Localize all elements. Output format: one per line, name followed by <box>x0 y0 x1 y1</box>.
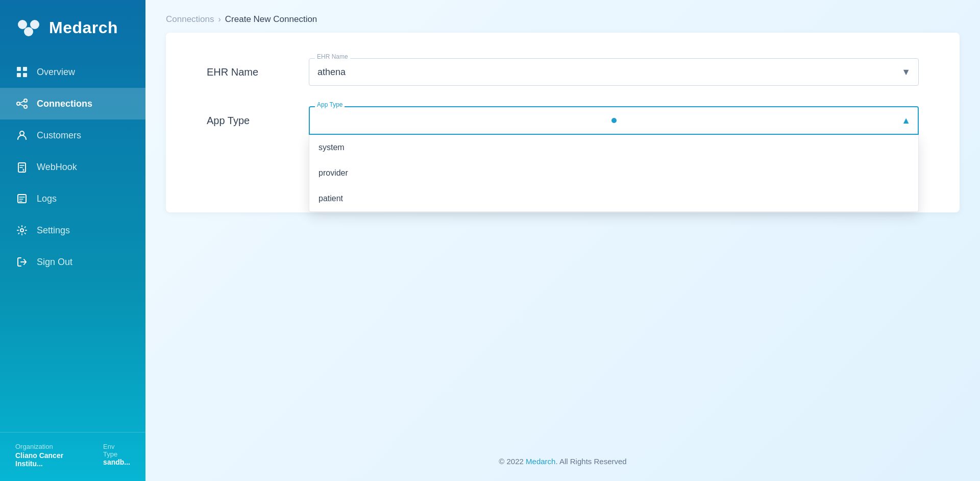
connections-icon <box>15 97 29 110</box>
logo-icon <box>15 14 42 41</box>
svg-rect-3 <box>17 67 21 71</box>
svg-point-0 <box>18 20 27 29</box>
page-footer: © 2022 Medarch. All Rights Reserved <box>145 442 980 481</box>
ehr-name-select[interactable]: athena <box>309 58 919 86</box>
svg-point-9 <box>24 105 27 108</box>
sidebar-item-logs-label: Logs <box>37 194 57 204</box>
ehr-name-field-container: EHR Name athena ▼ <box>309 58 919 86</box>
sidebar-logo: Medarch <box>0 0 145 51</box>
sidebar-nav: Overview Connections Custom <box>0 51 145 432</box>
app-type-dropdown: system provider patient <box>309 135 919 212</box>
footer-link[interactable]: Medarch <box>526 457 555 466</box>
dropdown-option-patient[interactable]: patient <box>309 186 918 211</box>
ehr-name-label: EHR Name <box>207 66 288 78</box>
logs-icon <box>15 192 29 205</box>
signout-icon <box>15 255 29 269</box>
sidebar-item-customers-label: Customers <box>37 130 81 141</box>
logo-text: Medarch <box>49 18 118 37</box>
app-type-dot-indicator <box>611 118 617 123</box>
sidebar: Medarch Overview <box>0 0 145 481</box>
svg-line-11 <box>20 104 24 106</box>
sidebar-item-signout-label: Sign Out <box>37 257 72 268</box>
svg-point-12 <box>20 131 24 135</box>
breadcrumb-current: Create New Connection <box>225 14 317 25</box>
sidebar-item-logs[interactable]: Logs <box>0 183 145 214</box>
ehr-name-row: EHR Name EHR Name athena ▼ <box>207 58 919 86</box>
env-type-value: sandb... <box>103 458 130 466</box>
sidebar-item-overview-label: Overview <box>37 67 75 78</box>
sidebar-item-connections[interactable]: Connections <box>0 88 145 119</box>
env-label: Env <box>103 443 130 450</box>
svg-point-7 <box>17 102 20 105</box>
dropdown-option-provider[interactable]: provider <box>309 160 918 186</box>
sidebar-item-settings-label: Settings <box>37 225 70 236</box>
svg-point-15 <box>20 229 23 232</box>
dropdown-option-system[interactable]: system <box>309 135 918 160</box>
sidebar-item-customers[interactable]: Customers <box>0 119 145 151</box>
app-type-field-legend: App Type <box>315 101 345 108</box>
svg-point-1 <box>30 20 39 29</box>
breadcrumb: Connections › Create New Connection <box>145 0 980 33</box>
svg-rect-5 <box>17 73 21 77</box>
sidebar-footer: Organization Cliano Cancer Institu... En… <box>0 432 145 481</box>
app-type-select-wrapper: App Type ▲ system provider patient <box>309 106 919 135</box>
overview-icon <box>15 65 29 79</box>
sidebar-item-webhook-label: WebHook <box>37 162 77 173</box>
main-content: Connections › Create New Connection EHR … <box>145 0 980 481</box>
footer-text: © 2022 Medarch. All Rights Reserved <box>499 457 626 466</box>
sidebar-item-connections-label: Connections <box>37 99 92 109</box>
breadcrumb-connections-link[interactable]: Connections <box>166 14 214 25</box>
app-type-field-container: App Type ▲ system provider patient <box>309 106 919 135</box>
app-type-select[interactable] <box>309 106 919 135</box>
customers-icon <box>15 129 29 142</box>
sidebar-item-webhook[interactable]: WebHook <box>0 151 145 183</box>
svg-point-2 <box>24 27 33 36</box>
org-label: Organization <box>15 443 88 450</box>
env-type-label: Type <box>103 450 130 458</box>
settings-icon <box>15 224 29 237</box>
svg-line-10 <box>20 101 24 103</box>
sidebar-item-signout[interactable]: Sign Out <box>0 246 145 278</box>
svg-rect-6 <box>23 73 27 77</box>
sidebar-item-overview[interactable]: Overview <box>0 56 145 88</box>
svg-rect-4 <box>23 67 27 71</box>
svg-point-8 <box>24 99 27 102</box>
webhook-icon <box>15 160 29 174</box>
ehr-name-select-wrapper: EHR Name athena ▼ <box>309 58 919 86</box>
ehr-name-field-legend: EHR Name <box>315 53 350 60</box>
app-type-label: App Type <box>207 115 288 127</box>
app-type-row: App Type App Type ▲ system provider pati… <box>207 106 919 135</box>
form-card: EHR Name EHR Name athena ▼ App Type App … <box>166 33 960 212</box>
org-name: Cliano Cancer Institu... <box>15 451 88 468</box>
sidebar-item-settings[interactable]: Settings <box>0 214 145 246</box>
breadcrumb-separator: › <box>218 15 221 24</box>
